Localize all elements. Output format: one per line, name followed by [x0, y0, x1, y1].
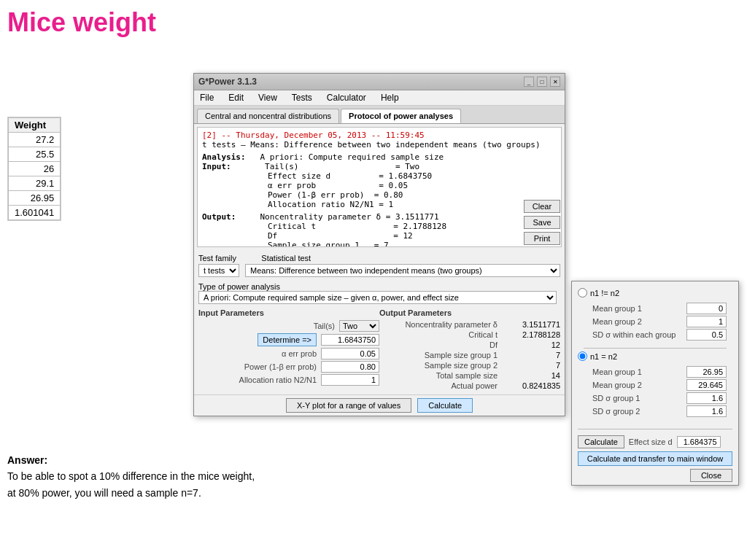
- output-df-row: Df 12: [379, 341, 560, 349]
- alpha-label: α err prob: [222, 349, 317, 358]
- mean-g2-ne-label: Mean group 2: [592, 317, 642, 326]
- mean-g2-eq-label: Mean group 2: [592, 381, 642, 389]
- output-params-title: Output Parameters: [379, 308, 560, 317]
- alpha-input[interactable]: [321, 348, 379, 359]
- weight-row-4: 29.1: [9, 176, 61, 191]
- page-title: Mice weight: [7, 7, 156, 38]
- power-input[interactable]: [321, 361, 379, 373]
- test-family-select[interactable]: t tests: [198, 264, 239, 277]
- calculate-main-button[interactable]: Calculate: [417, 398, 473, 413]
- protocol-power: Power (1-β err prob) = 0.80: [202, 190, 557, 200]
- menubar: File Edit View Tests Calculator Help: [194, 90, 565, 106]
- output-df-value: 12: [502, 341, 560, 349]
- xy-plot-button[interactable]: X-Y plot for a range of values: [286, 398, 411, 413]
- protocol-analysis-value: A priori: Compute required sample size: [260, 152, 444, 162]
- mean-g2-ne-input[interactable]: [686, 316, 727, 327]
- protocol-datetime: [2] -- Thursday, December 05, 2013 -- 11…: [202, 131, 557, 140]
- answer-section: Answer: To be able to spot a 10% differe…: [7, 452, 255, 501]
- answer-text: To be able to spot a 10% difference in t…: [7, 470, 255, 498]
- footer-divider: [578, 429, 732, 429]
- output-ncp-row: Noncentrality parameter δ 3.1511771: [379, 320, 560, 329]
- weight-row-3: 26: [9, 162, 61, 176]
- weight-row-1: 27.2: [9, 133, 61, 147]
- tails-label: Tail(s): [240, 322, 335, 330]
- determine-row: Determine =>: [198, 333, 379, 346]
- sd2-eq-label: SD σ group 2: [592, 407, 640, 416]
- protocol-n1: Sample size group 1 = 7: [202, 241, 557, 247]
- transfer-button[interactable]: Calculate and transfer to main window: [578, 451, 732, 466]
- menu-calculator[interactable]: Calculator: [324, 92, 369, 104]
- window-titlebar: G*Power 3.1.3 _ □ ✕: [194, 74, 565, 90]
- effect-size-input[interactable]: [321, 334, 379, 346]
- radio-n1-ne-n2-row: n1 != n2: [578, 288, 732, 298]
- menu-file[interactable]: File: [197, 92, 217, 104]
- determine-button[interactable]: Determine =>: [258, 333, 317, 346]
- sd1-eq-row: SD σ group 1: [592, 392, 727, 404]
- calculate-effect-button[interactable]: Calculate: [578, 435, 624, 448]
- power-type-label: Type of power analysis: [198, 282, 560, 291]
- mean-g1-ne-label: Mean group 1: [592, 304, 642, 313]
- effect-size-result[interactable]: [677, 436, 721, 448]
- output-actual-row: Actual power 0.8241835: [379, 381, 560, 390]
- test-selection-section: Test family Statistical test t tests Mea…: [194, 250, 565, 281]
- protocol-crit-t: Critical t = 2.1788128: [202, 222, 557, 231]
- print-button[interactable]: Print: [524, 232, 560, 245]
- close-secondary-button[interactable]: Close: [690, 469, 732, 482]
- bottom-bar: X-Y plot for a range of values Calculate: [194, 394, 565, 416]
- calc-effect-row: Calculate Effect size d: [578, 435, 732, 448]
- menu-view[interactable]: View: [255, 92, 280, 104]
- minimize-button[interactable]: _: [524, 77, 534, 87]
- window-title: G*Power 3.1.3: [198, 77, 257, 87]
- clear-button[interactable]: Clear: [524, 200, 560, 213]
- radio-n1-eq-n2[interactable]: [578, 351, 587, 361]
- sd1-eq-input[interactable]: [686, 392, 727, 404]
- mean-g1-eq-label: Mean group 1: [592, 368, 642, 376]
- output-params: Output Parameters Noncentrality paramete…: [379, 308, 560, 392]
- maximize-button[interactable]: □: [537, 77, 547, 87]
- alloc-input[interactable]: [321, 374, 379, 386]
- output-crit-label: Critical t: [379, 330, 498, 339]
- statistical-test-select[interactable]: Means: Difference between two independen…: [245, 264, 560, 277]
- input-params-title: Input Parameters: [198, 308, 379, 317]
- menu-edit[interactable]: Edit: [225, 92, 247, 104]
- tails-select[interactable]: Two: [339, 320, 379, 332]
- group-n1-ne-n2: Mean group 1 Mean group 2 SD σ within ea…: [578, 300, 732, 345]
- close-button[interactable]: ✕: [550, 77, 560, 87]
- sd-ne-input[interactable]: [686, 329, 727, 341]
- tabs-row: Central and noncentral distributions Pro…: [194, 106, 565, 124]
- menu-help[interactable]: Help: [378, 92, 402, 104]
- output-total-label: Total sample size: [379, 371, 498, 380]
- protocol-input-tail: Tail(s) = Two: [265, 162, 419, 171]
- radio-n1-ne-n2[interactable]: [578, 288, 587, 298]
- mean-g1-ne-input[interactable]: [686, 303, 727, 314]
- mean-g2-eq-row: Mean group 2: [592, 379, 727, 391]
- window-controls: _ □ ✕: [524, 77, 560, 87]
- save-button[interactable]: Save: [524, 216, 560, 229]
- secondary-panel: n1 != n2 Mean group 1 Mean group 2 SD σ …: [571, 281, 739, 486]
- input-params: Input Parameters Tail(s) Two Determine =…: [198, 308, 379, 392]
- mean-g1-ne-row: Mean group 1: [592, 303, 727, 314]
- protocol-df: Df = 12: [202, 231, 557, 241]
- weight-col-header: Weight: [9, 118, 61, 133]
- mean-g1-eq-input[interactable]: [686, 366, 727, 378]
- alloc-label: Allocation ratio N2/N1: [222, 376, 317, 384]
- weight-row-6: 1.601041: [9, 206, 61, 220]
- divider: [584, 348, 727, 349]
- test-family-label: Test family: [198, 254, 236, 262]
- protocol-alpha: α err prob = 0.05: [202, 181, 557, 190]
- radio-section: n1 != n2 Mean group 1 Mean group 2 SD σ …: [572, 281, 738, 426]
- output-df-label: Df: [379, 341, 498, 349]
- tails-row: Tail(s) Two: [198, 320, 379, 332]
- mean-g2-eq-input[interactable]: [686, 379, 727, 391]
- alloc-row: Allocation ratio N2/N1: [198, 374, 379, 386]
- power-type-select[interactable]: A priori: Compute required sample size –…: [198, 291, 557, 304]
- tab-central-distributions[interactable]: Central and noncentral distributions: [197, 109, 339, 123]
- menu-tests[interactable]: Tests: [289, 92, 315, 104]
- tab-protocol[interactable]: Protocol of power analyses: [341, 109, 461, 123]
- protocol-alloc: Allocation ratio N2/N1 = 1: [202, 200, 557, 209]
- output-crit-row: Critical t 2.1788128: [379, 330, 560, 339]
- radio-n1-ne-n2-label: n1 != n2: [590, 289, 619, 298]
- output-ncp-label: Noncentrality parameter δ: [379, 320, 498, 329]
- sd2-eq-input[interactable]: [686, 405, 727, 417]
- protocol-buttons: Clear Save Print: [524, 200, 560, 245]
